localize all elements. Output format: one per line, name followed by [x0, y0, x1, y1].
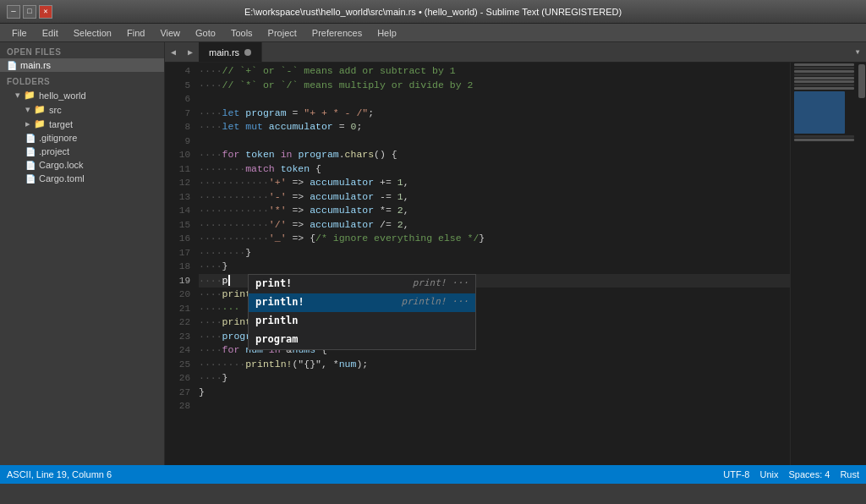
menu-selection[interactable]: Selection: [67, 26, 118, 40]
code-line-12: ············'+' => accumulator += 1,: [199, 176, 790, 190]
folder-icon: 📁: [34, 118, 46, 129]
main-layout: OPEN FILES 📄 main.rs FOLDERS ▾ 📁 hello_w…: [0, 42, 866, 465]
sidebar-folder-src[interactable]: ▾ 📁 src: [0, 102, 164, 117]
minimap-line: [794, 74, 854, 76]
sidebar-file-name: .project: [39, 146, 69, 156]
menu-file[interactable]: File: [5, 26, 34, 40]
code-line-16: ············'_' => {/* ignore everything…: [199, 232, 790, 246]
tab-modified-dot: [244, 49, 251, 56]
minimap-line: [794, 63, 854, 66]
sidebar-file-project[interactable]: 📄 .project: [0, 145, 164, 158]
ac-text-program: program: [255, 332, 299, 347]
sidebar-file-name: Cargo.lock: [39, 160, 84, 170]
code-line-17: ········}: [199, 246, 790, 260]
title-bar: ─ □ ✕ E:\workspace\rust\hello_world\src\…: [0, 0, 866, 24]
sidebar: OPEN FILES 📄 main.rs FOLDERS ▾ 📁 hello_w…: [0, 42, 165, 465]
minimap-line: [794, 139, 854, 141]
tab-dropdown-button[interactable]: ▾: [849, 42, 866, 62]
sidebar-file-name: .gitignore: [39, 133, 77, 143]
code-line-14: ············'*' => accumulator *= 2,: [199, 204, 790, 218]
folder-name: hello_world: [39, 90, 86, 101]
folder-name: src: [49, 105, 62, 115]
file-icon: 📄: [25, 174, 36, 184]
minimap-line: [794, 77, 854, 79]
sidebar-file-gitignore[interactable]: 📄 .gitignore: [0, 131, 164, 145]
file-icon: 📄: [7, 61, 17, 70]
tab-bar: ◀ ▶ main.rs ▾: [165, 42, 866, 63]
scrollbar[interactable]: [858, 63, 866, 465]
file-icon: 📄: [25, 147, 36, 156]
tab-nav-left[interactable]: ◀: [165, 42, 182, 62]
code-line-7: ····let program = "+ + * - /";: [199, 107, 790, 121]
window-title: E:\workspace\rust\hello_world\src\main.r…: [58, 7, 808, 17]
chevron-right-icon: ▸: [25, 118, 30, 129]
status-line-ending[interactable]: Unix: [759, 469, 778, 479]
sidebar-file-main-rs[interactable]: 📄 main.rs: [0, 58, 164, 72]
code-line-6: [199, 92, 790, 107]
menu-tools[interactable]: Tools: [224, 26, 260, 40]
menu-help[interactable]: Help: [370, 26, 403, 40]
sidebar-folder-target[interactable]: ▸ 📁 target: [0, 117, 164, 131]
code-editor[interactable]: ····// `+` or `-` means add or subtract …: [195, 63, 790, 465]
minimize-button[interactable]: ─: [7, 5, 20, 19]
code-line-4: ····// `+` or `-` means add or subtract …: [199, 64, 790, 79]
minimap-line: [794, 67, 854, 69]
maximize-button[interactable]: □: [23, 5, 36, 19]
status-bar: ASCII, Line 19, Column 6 UTF-8 Unix Spac…: [0, 465, 866, 484]
folder-name: target: [49, 119, 73, 129]
chevron-down-icon: ▾: [25, 104, 30, 115]
folders-label: FOLDERS: [0, 72, 164, 88]
autocomplete-dropdown[interactable]: print! print! ··· println! println! ··· …: [248, 274, 476, 350]
status-left: ASCII, Line 19, Column 6: [7, 469, 112, 479]
code-line-10: ····for token in program.chars() {: [199, 148, 790, 162]
status-syntax[interactable]: Rust: [840, 469, 859, 479]
tab-label: main.rs: [209, 47, 239, 58]
sidebar-file-cargo-lock[interactable]: 📄 Cargo.lock: [0, 158, 164, 172]
file-icon: 📄: [25, 134, 36, 143]
line-numbers: 4 5 6 7 8 9 10 11 12 13 14 15 16 17 18 1…: [165, 63, 195, 465]
minimap-line: [794, 80, 854, 83]
tab-nav-right[interactable]: ▶: [182, 42, 199, 62]
file-icon: 📄: [25, 161, 36, 170]
sidebar-file-name: Cargo.toml: [39, 173, 85, 184]
menu-bar: File Edit Selection Find View Goto Tools…: [0, 24, 866, 42]
menu-goto[interactable]: Goto: [189, 26, 222, 40]
menu-find[interactable]: Find: [120, 26, 151, 40]
ac-item-print[interactable]: print! print! ···: [249, 275, 475, 293]
scrollbar-thumb[interactable]: [858, 64, 865, 98]
code-line-9: [199, 134, 790, 149]
menu-view[interactable]: View: [153, 26, 187, 40]
ac-item-println[interactable]: println: [249, 312, 475, 331]
code-line-26: ····}: [199, 371, 790, 386]
sidebar-folder-hello-world[interactable]: ▾ 📁 hello_world: [0, 88, 164, 102]
status-spaces[interactable]: Spaces: 4: [788, 469, 830, 479]
minimap-line: [794, 84, 854, 86]
code-line-28: [199, 399, 790, 414]
code-line-5: ····// `*` or `/` means multiply or divi…: [199, 79, 790, 93]
code-line-18: ····}: [199, 260, 790, 274]
menu-project[interactable]: Project: [261, 26, 304, 40]
status-encoding[interactable]: UTF-8: [723, 469, 749, 479]
code-line-8: ····let mut accumulator = 0;: [199, 120, 790, 134]
code-line-27: }: [199, 386, 790, 400]
menu-edit[interactable]: Edit: [36, 26, 65, 40]
ac-item-println-macro[interactable]: println! println! ···: [249, 293, 475, 312]
ac-detail-println-macro: println! ···: [402, 295, 469, 310]
folder-icon: 📁: [34, 104, 46, 115]
editor-panel: ◀ ▶ main.rs ▾ 4 5 6 7 8 9 10 11 12 13: [165, 42, 866, 465]
folder-icon: 📁: [24, 90, 36, 101]
editor-area[interactable]: 4 5 6 7 8 9 10 11 12 13 14 15 16 17 18 1…: [165, 63, 866, 465]
sidebar-file-cargo-toml[interactable]: 📄 Cargo.toml: [0, 172, 164, 185]
minimap-line: [794, 87, 854, 90]
sidebar-file-name: main.rs: [20, 60, 51, 70]
menu-preferences[interactable]: Preferences: [305, 26, 369, 40]
tab-main-rs[interactable]: main.rs: [199, 42, 262, 62]
minimap-viewport: [794, 91, 845, 134]
code-line-15: ············'/' => accumulator /= 2,: [199, 218, 790, 233]
close-button[interactable]: ✕: [39, 5, 52, 19]
minimap-line: [794, 70, 854, 73]
ac-detail-print: print! ···: [413, 277, 469, 291]
code-line-11: ········match token {: [199, 162, 790, 177]
ac-item-program[interactable]: program: [249, 331, 475, 349]
minimap: [790, 63, 858, 465]
